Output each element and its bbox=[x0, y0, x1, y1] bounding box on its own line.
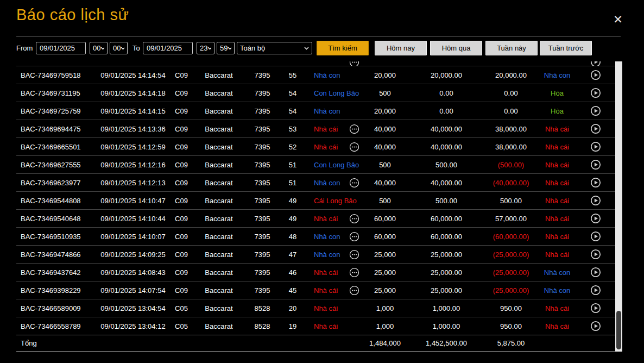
replay-cell bbox=[576, 249, 615, 260]
replay-cell bbox=[576, 177, 615, 188]
row-turnover: 0.00 bbox=[409, 89, 483, 97]
row-game: Baccarat bbox=[190, 161, 248, 169]
row-room: C05 bbox=[173, 304, 190, 312]
scrollbar-thumb[interactable] bbox=[616, 311, 621, 349]
more-options-icon[interactable] bbox=[349, 285, 359, 296]
table-row: BAC-7346969447509/01/2025 14:13:36C09Bac… bbox=[16, 120, 615, 138]
row-room: C09 bbox=[173, 197, 190, 205]
replay-icon[interactable] bbox=[590, 105, 601, 116]
table-row: BAC-7346975951809/01/2025 14:14:54C09Bac… bbox=[16, 66, 615, 84]
row-bet-type: Nhà con bbox=[308, 179, 348, 187]
row-result: Nhà cái bbox=[539, 251, 576, 259]
row-datetime: 09/01/2025 14:09:25 bbox=[93, 251, 173, 259]
row-table-number: 7395 bbox=[248, 197, 277, 205]
row-datetime: 09/01/2025 14:12:16 bbox=[93, 161, 173, 169]
row-round: 51 bbox=[277, 179, 308, 187]
row-turnover: 500.00 bbox=[409, 197, 483, 205]
row-result: Nhà cái bbox=[539, 161, 576, 169]
row-bet-type: Nhà cái bbox=[308, 286, 348, 295]
row-profit: 38,000.00 bbox=[483, 143, 539, 151]
table-row: BAC-7346954480809/01/2025 14:10:47C09Bac… bbox=[16, 192, 615, 210]
table-row: BAC-7346973119509/01/2025 14:14:18C09Bac… bbox=[16, 84, 615, 102]
replay-cell bbox=[576, 213, 615, 224]
close-icon[interactable]: ✕ bbox=[610, 12, 626, 27]
to-hour-value: 23 bbox=[200, 44, 207, 52]
more-options-icon[interactable] bbox=[349, 231, 359, 242]
row-room: C09 bbox=[173, 233, 190, 241]
row-round: 49 bbox=[277, 215, 308, 223]
more-options-icon[interactable] bbox=[349, 61, 359, 66]
replay-icon[interactable] bbox=[590, 141, 601, 152]
row-game: Baccarat bbox=[190, 89, 248, 97]
category-select[interactable]: Toàn bộ bbox=[237, 42, 312, 54]
row-room: C09 bbox=[173, 268, 190, 277]
row-round: 19 bbox=[277, 322, 308, 330]
history-table: BAC-7346975951809/01/2025 14:14:54C09Bac… bbox=[16, 61, 615, 352]
row-datetime: 09/01/2025 14:07:54 bbox=[93, 286, 173, 295]
replay-icon[interactable] bbox=[590, 159, 601, 170]
to-minute-select[interactable]: 59 bbox=[217, 42, 235, 54]
replay-cell bbox=[576, 321, 615, 331]
replay-icon[interactable] bbox=[590, 231, 601, 242]
row-bet-amount: 500 bbox=[361, 161, 409, 169]
row-id: BAC-73469437642 bbox=[16, 268, 93, 277]
more-options-icon[interactable] bbox=[349, 267, 359, 278]
yesterday-button[interactable]: Hôm qua bbox=[430, 41, 482, 55]
more-options-icon[interactable] bbox=[349, 249, 359, 260]
row-id: BAC-73469731195 bbox=[16, 89, 93, 97]
today-button[interactable]: Hôm nay bbox=[375, 41, 427, 55]
row-bet-type: Con Long Bảo bbox=[308, 89, 348, 97]
from-minute-select[interactable]: 00 bbox=[110, 42, 128, 54]
from-date-input[interactable] bbox=[36, 42, 86, 54]
row-room: C09 bbox=[173, 179, 190, 187]
row-bet-type: Nhà cái bbox=[308, 304, 348, 312]
more-icon-cell bbox=[348, 267, 361, 278]
table-row: BAC-7346939822909/01/2025 14:07:54C09Bac… bbox=[16, 281, 615, 299]
row-turnover: 60,000.00 bbox=[409, 215, 483, 223]
more-options-icon[interactable] bbox=[349, 142, 359, 152]
replay-icon[interactable] bbox=[590, 87, 601, 98]
more-icon-cell bbox=[348, 231, 361, 242]
row-result: Hòa bbox=[539, 89, 576, 97]
row-id: BAC-73469398229 bbox=[16, 286, 93, 295]
row-game: Baccarat bbox=[190, 107, 248, 115]
total-label: Tổng bbox=[16, 339, 93, 347]
replay-icon[interactable] bbox=[590, 177, 601, 188]
search-button[interactable]: Tìm kiếm bbox=[317, 41, 369, 55]
replay-icon[interactable] bbox=[590, 303, 601, 314]
row-turnover: 25,000.00 bbox=[409, 268, 483, 277]
row-bet-type: Nhà cái bbox=[308, 125, 348, 133]
this-week-button[interactable]: Tuần này bbox=[485, 41, 538, 55]
more-options-icon[interactable] bbox=[349, 124, 359, 134]
row-result: Nhà cái bbox=[539, 197, 576, 205]
replay-icon[interactable] bbox=[590, 213, 601, 224]
table-row: BAC-7346972575909/01/2025 14:14:15C09Bac… bbox=[16, 102, 615, 120]
replay-icon[interactable] bbox=[590, 267, 601, 278]
row-turnover: 40,000.00 bbox=[409, 125, 483, 133]
last-week-button[interactable]: Tuần trước bbox=[540, 41, 592, 55]
replay-icon[interactable] bbox=[590, 195, 601, 206]
replay-icon[interactable] bbox=[590, 61, 601, 66]
replay-icon[interactable] bbox=[590, 249, 601, 260]
replay-icon[interactable] bbox=[590, 70, 601, 80]
more-options-icon[interactable] bbox=[349, 178, 359, 188]
row-profit: (25,000.00) bbox=[483, 268, 539, 277]
replay-icon[interactable] bbox=[590, 321, 601, 331]
to-hour-select[interactable]: 23 bbox=[197, 42, 214, 54]
more-options-icon[interactable] bbox=[349, 214, 359, 224]
replay-icon[interactable] bbox=[590, 285, 601, 296]
replay-cell bbox=[576, 61, 615, 66]
row-table-number: 7395 bbox=[248, 268, 277, 277]
replay-cell bbox=[576, 231, 615, 242]
row-round: 45 bbox=[277, 286, 308, 295]
from-hour-select[interactable]: 00 bbox=[90, 42, 108, 54]
scrollbar-track[interactable] bbox=[615, 61, 622, 352]
row-profit: 0.00 bbox=[483, 89, 539, 97]
row-round: 51 bbox=[277, 161, 308, 169]
row-table-number: 7395 bbox=[248, 251, 277, 259]
row-profit: (25,000.00) bbox=[483, 286, 539, 295]
table-row: BAC-7346655878909/01/2025 13:04:12C05Bac… bbox=[16, 317, 615, 335]
to-date-input[interactable] bbox=[143, 42, 193, 54]
replay-icon[interactable] bbox=[590, 123, 601, 134]
row-bet-type: Cái Long Bảo bbox=[308, 197, 348, 205]
